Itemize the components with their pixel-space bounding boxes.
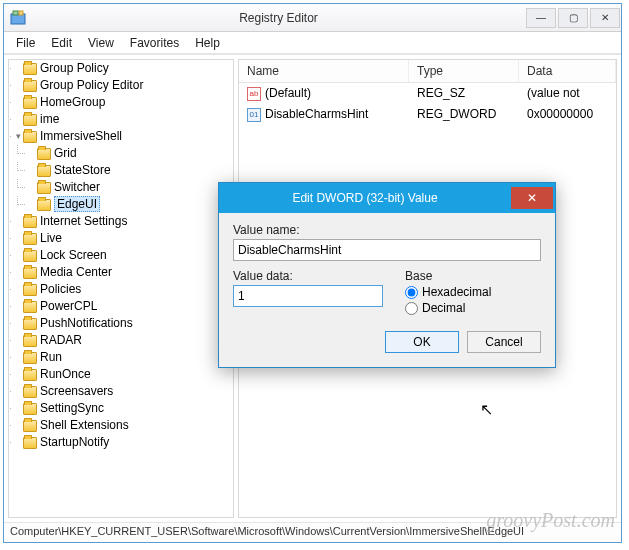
chevron-down-icon[interactable]: ▾ [13, 128, 23, 145]
value-name-input[interactable] [233, 239, 541, 261]
folder-icon [23, 114, 37, 126]
folder-icon [23, 97, 37, 109]
tree-item-label: Grid [54, 146, 77, 160]
base-label: Base [405, 269, 491, 283]
folder-icon [23, 267, 37, 279]
menu-file[interactable]: File [10, 34, 41, 52]
folder-icon [23, 403, 37, 415]
header-name[interactable]: Name [239, 60, 409, 82]
string-value-icon: ab [247, 87, 261, 101]
tree-item[interactable]: Screensavers [13, 383, 233, 400]
folder-icon [23, 233, 37, 245]
tree-item[interactable]: PowerCPL [13, 298, 233, 315]
folder-icon [23, 352, 37, 364]
menu-help[interactable]: Help [189, 34, 226, 52]
list-row[interactable]: 01DisableCharmsHintREG_DWORD0x00000000 [239, 104, 616, 125]
tree-item-label: Switcher [54, 180, 100, 194]
tree-item-label: Shell Extensions [40, 418, 129, 432]
folder-icon [23, 80, 37, 92]
tree-item[interactable]: RunOnce [13, 366, 233, 383]
folder-icon [23, 420, 37, 432]
folder-icon [37, 165, 51, 177]
tree-view[interactable]: Group PolicyGroup Policy EditorHomeGroup… [8, 59, 234, 518]
tree-item-label: SettingSync [40, 401, 104, 415]
tree-item-label: EdgeUI [54, 196, 100, 212]
tree-item[interactable]: ime [13, 111, 233, 128]
tree-item[interactable]: Internet Settings [13, 213, 233, 230]
close-button[interactable]: ✕ [590, 8, 620, 28]
window-buttons: ― ▢ ✕ [525, 8, 621, 28]
cancel-button[interactable]: Cancel [467, 331, 541, 353]
tree-item[interactable]: Run [13, 349, 233, 366]
value-name: (Default) [265, 86, 311, 100]
titlebar: Registry Editor ― ▢ ✕ [4, 4, 621, 32]
folder-icon [37, 199, 51, 211]
tree-item-label: RunOnce [40, 367, 91, 381]
folder-icon [23, 335, 37, 347]
radio-dec[interactable] [405, 302, 418, 315]
tree-item[interactable]: PushNotifications [13, 315, 233, 332]
edit-dword-dialog: Edit DWORD (32-bit) Value ✕ Value name: … [218, 182, 556, 368]
tree-item[interactable]: Policies [13, 281, 233, 298]
tree-item[interactable]: Live [13, 230, 233, 247]
tree-item[interactable]: StartupNotify [13, 434, 233, 451]
folder-icon [23, 369, 37, 381]
tree-item[interactable]: Shell Extensions [13, 417, 233, 434]
tree-item-label: Group Policy Editor [40, 78, 143, 92]
value-data: (value not [519, 85, 616, 102]
radio-hex-label: Hexadecimal [422, 285, 491, 299]
value-name: DisableCharmsHint [265, 107, 368, 121]
tree-item[interactable]: SettingSync [13, 400, 233, 417]
menu-view[interactable]: View [82, 34, 120, 52]
tree-item[interactable]: Group Policy [13, 60, 233, 77]
dword-value-icon: 01 [247, 108, 261, 122]
tree-item[interactable]: EdgeUI [27, 196, 233, 213]
minimize-button[interactable]: ― [526, 8, 556, 28]
dialog-title: Edit DWORD (32-bit) Value [219, 191, 511, 205]
tree-item[interactable]: Lock Screen [13, 247, 233, 264]
header-data[interactable]: Data [519, 60, 616, 82]
value-name-label: Value name: [233, 223, 541, 237]
tree-item[interactable]: Grid [27, 145, 233, 162]
tree-item[interactable]: StateStore [27, 162, 233, 179]
folder-icon [23, 250, 37, 262]
header-type[interactable]: Type [409, 60, 519, 82]
tree-item-label: ime [40, 112, 59, 126]
tree-item-label: PowerCPL [40, 299, 97, 313]
folder-icon [23, 216, 37, 228]
tree-item[interactable]: RADAR [13, 332, 233, 349]
tree-item-label: RADAR [40, 333, 82, 347]
regedit-icon [10, 10, 26, 26]
value-data-input[interactable] [233, 285, 383, 307]
maximize-button[interactable]: ▢ [558, 8, 588, 28]
tree-item[interactable]: Switcher [27, 179, 233, 196]
dialog-close-button[interactable]: ✕ [511, 187, 553, 209]
list-row[interactable]: ab(Default)REG_SZ(value not [239, 83, 616, 104]
ok-button[interactable]: OK [385, 331, 459, 353]
tree-item-label: Lock Screen [40, 248, 107, 262]
tree-item[interactable]: Media Center [13, 264, 233, 281]
folder-icon [23, 386, 37, 398]
menu-edit[interactable]: Edit [45, 34, 78, 52]
tree-item-label: StateStore [54, 163, 111, 177]
tree-item-label: Group Policy [40, 61, 109, 75]
tree-item[interactable]: Group Policy Editor [13, 77, 233, 94]
tree-item-label: Internet Settings [40, 214, 127, 228]
list-header: Name Type Data [239, 60, 616, 83]
folder-icon [23, 131, 37, 143]
menu-favorites[interactable]: Favorites [124, 34, 185, 52]
tree-item-label: ImmersiveShell [40, 129, 122, 143]
tree-item-label: StartupNotify [40, 435, 109, 449]
tree-item-label: Media Center [40, 265, 112, 279]
svg-rect-1 [13, 11, 18, 15]
value-type: REG_DWORD [409, 106, 519, 123]
status-bar: Computer\HKEY_CURRENT_USER\Software\Micr… [4, 522, 621, 542]
tree-item[interactable]: ▾ImmersiveShellGridStateStoreSwitcherEdg… [13, 128, 233, 213]
tree-item[interactable]: HomeGroup [13, 94, 233, 111]
tree-item-label: PushNotifications [40, 316, 133, 330]
folder-icon [23, 63, 37, 75]
tree-item-label: HomeGroup [40, 95, 105, 109]
dialog-titlebar: Edit DWORD (32-bit) Value ✕ [219, 183, 555, 213]
folder-icon [37, 182, 51, 194]
radio-hex[interactable] [405, 286, 418, 299]
